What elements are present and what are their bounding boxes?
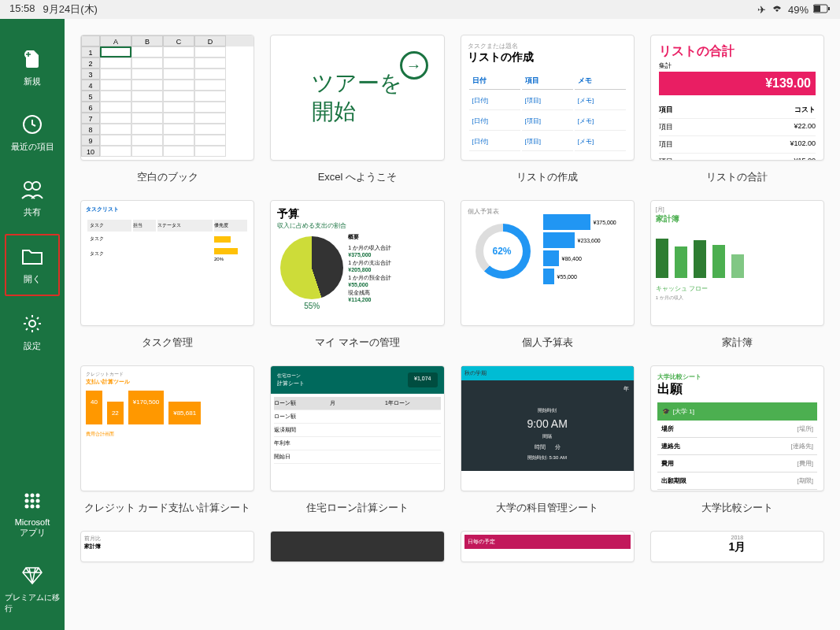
apps-grid-icon <box>20 489 44 513</box>
wifi-icon <box>771 4 783 16</box>
template-label: クレジット カード支払い計算シート <box>84 501 251 515</box>
svg-point-13 <box>36 499 40 503</box>
sidebar-label: 設定 <box>24 340 41 352</box>
svg-point-12 <box>31 499 35 503</box>
svg-rect-1 <box>814 6 820 12</box>
sidebar: 新規 最近の項目 共有 開く 設定 <box>0 19 65 630</box>
template-task-management[interactable]: タスクリスト タスク担当ステータス優先度 タスク タスク 20% タスク管理 <box>80 200 254 350</box>
svg-point-8 <box>25 494 29 498</box>
template-partial-3[interactable]: 日毎の予定 <box>461 531 635 562</box>
template-welcome-tour[interactable]: ツアーを 開始 → Excel へようこそ <box>270 35 444 184</box>
template-household-budget[interactable]: [月] 家計簿 キャッシュ フロー 1 か月の収入 家計簿 <box>650 200 824 350</box>
templates-content: A B C D 1 2 3 4 5 6 7 8 9 <box>65 19 840 630</box>
gear-icon <box>20 312 44 335</box>
sidebar-item-shared[interactable]: 共有 <box>5 169 60 228</box>
battery-pct: 49% <box>788 4 809 16</box>
template-university-compare[interactable]: 大学比較シート 出願 🎓[大学 1] 場所[場所] 連絡先[連絡先] 費用[費用… <box>650 365 824 515</box>
template-partial-4[interactable]: 20181月 <box>650 531 824 562</box>
svg-point-6 <box>32 182 40 190</box>
template-label: Excel へようこそ <box>318 170 397 184</box>
airplane-mode-icon: ✈ <box>757 4 766 16</box>
template-label: リストの合計 <box>706 170 768 184</box>
template-label: リストの作成 <box>516 170 578 184</box>
arrow-right-icon: → <box>400 51 428 80</box>
sidebar-item-premium[interactable]: プレミアムに移行 <box>5 554 60 624</box>
template-mortgage[interactable]: 住宅ローン計算シート ¥1,074 ローン額月1年ローン ローン額 返済期間 年… <box>270 365 444 515</box>
svg-point-5 <box>24 182 32 190</box>
sidebar-label: 最近の項目 <box>11 141 54 153</box>
graduation-cap-icon: 🎓 <box>662 408 670 415</box>
sidebar-label: プレミアムに移行 <box>5 592 60 614</box>
diamond-icon <box>20 564 44 587</box>
template-label: 個人予算表 <box>522 335 573 350</box>
svg-point-16 <box>36 505 40 509</box>
template-my-money[interactable]: 予算 収入に占める支出の割合 55% 概要 1 か月の収入合計¥375,000 … <box>270 200 444 350</box>
template-credit-card[interactable]: クレジットカード 支払い計算ツール 40 22 ¥170,500 ¥85,681… <box>80 365 254 515</box>
sidebar-item-recent[interactable]: 最近の項目 <box>5 103 60 162</box>
sidebar-label: 新規 <box>24 76 41 87</box>
template-label: 大学の科目管理シート <box>496 501 598 515</box>
template-class-schedule[interactable]: 秋の学期 年 開始時刻 9:00 AM 間隔 時間分 開始時刻: 5:30 AM… <box>461 365 635 515</box>
template-label: 空白のブック <box>137 170 198 184</box>
clock-icon <box>20 113 44 136</box>
sidebar-label: 共有 <box>24 206 41 218</box>
template-partial-2[interactable] <box>270 531 444 562</box>
folder-icon <box>20 245 44 269</box>
template-blank-workbook[interactable]: A B C D 1 2 3 4 5 6 7 8 9 <box>80 35 254 184</box>
svg-point-10 <box>36 494 40 498</box>
template-label: タスク管理 <box>142 335 193 350</box>
sidebar-label: Microsoft アプリ <box>15 517 50 539</box>
template-label: 住宅ローン計算シート <box>306 501 409 515</box>
svg-point-15 <box>31 505 35 509</box>
status-bar: 15:58 9月24日(木) ✈ 49% <box>0 0 840 19</box>
svg-point-9 <box>31 494 35 498</box>
svg-point-14 <box>25 505 29 509</box>
status-date: 9月24日(木) <box>43 2 98 17</box>
svg-point-11 <box>25 499 29 503</box>
template-label: 大学比較シート <box>701 501 773 515</box>
status-time: 15:58 <box>9 2 35 17</box>
sidebar-label: 開く <box>24 273 41 285</box>
people-icon <box>20 178 44 202</box>
sidebar-item-open[interactable]: 開く <box>5 234 60 296</box>
template-personal-budget[interactable]: 個人予算表 62% ¥375,000 ¥233,600 ¥86,400 ¥55,… <box>461 200 635 350</box>
sidebar-item-new[interactable]: 新規 <box>5 38 60 97</box>
svg-rect-2 <box>828 7 830 10</box>
battery-icon <box>813 4 831 16</box>
sidebar-item-settings[interactable]: 設定 <box>5 302 60 361</box>
sidebar-item-ms-apps[interactable]: Microsoft アプリ <box>5 480 60 548</box>
template-list-total[interactable]: リストの合計 集計 ¥139.00 項目コスト 項目¥22.00 項目¥102.… <box>650 35 824 184</box>
template-partial-1[interactable]: 前月比家計簿 <box>80 531 254 562</box>
template-label: 家計簿 <box>722 335 753 350</box>
svg-point-7 <box>29 321 35 327</box>
template-list-create[interactable]: タスクまたは題名 リストの作成 日付項目メモ [日付][項目][メモ] [日付]… <box>461 35 635 184</box>
template-label: マイ マネーの管理 <box>315 335 400 350</box>
new-document-icon <box>20 47 44 71</box>
